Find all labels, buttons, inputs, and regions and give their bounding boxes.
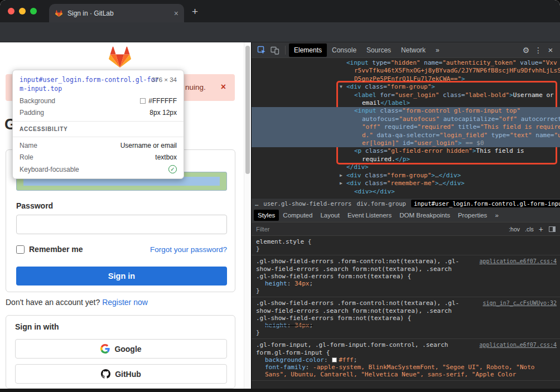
settings-gear-icon[interactable]: ⚙ xyxy=(520,46,532,55)
elements-dom-tree: ⋯ <input type="hidden" name="authenticit… xyxy=(252,58,560,198)
style-declaration-line[interactable]: } xyxy=(256,287,556,294)
expand-arrow-icon[interactable]: ▶ xyxy=(340,172,342,180)
browser-tab[interactable]: Sign in · GitLab × xyxy=(49,4,184,22)
stylesheet-link[interactable]: sign_in?_c…cFsUWUyo:32 xyxy=(483,299,557,307)
style-declaration-line[interactable]: } xyxy=(256,245,556,253)
crumb-ellipsis[interactable]: … xyxy=(255,200,258,207)
style-declaration-line[interactable]: show-field-errors .search form:not(texta… xyxy=(256,307,556,314)
new-tab-button[interactable]: + xyxy=(192,6,198,18)
stylesheet-link[interactable]: application…e6f07.css:4 xyxy=(480,258,557,265)
page-scrollbar[interactable] xyxy=(244,42,251,389)
devtools-menu-icon[interactable]: ⋮ xyxy=(532,46,544,55)
devtools-close-icon[interactable]: × xyxy=(544,45,557,55)
github-signin-button[interactable]: GitHub xyxy=(15,364,227,384)
inspected-element-dimensions: 376 × 34 xyxy=(152,76,177,83)
dom-node-line[interactable]: "off" required="required" title="This fi… xyxy=(252,123,560,131)
devtools-tab-sources[interactable]: Sources xyxy=(361,43,396,57)
device-toolbar-icon[interactable] xyxy=(268,44,282,56)
tab-close-icon[interactable]: × xyxy=(174,9,178,17)
styles-tab-event-listeners[interactable]: Event Listeners xyxy=(344,210,395,221)
style-declaration-line[interactable]: height: 34px; xyxy=(256,322,556,329)
styles-tab-more-styles[interactable]: » xyxy=(491,210,502,221)
code-token: "form-control gl-form-input top" xyxy=(402,107,520,114)
zoom-window-button[interactable] xyxy=(30,8,37,14)
remember-me-checkbox[interactable] xyxy=(16,245,25,254)
code-token: data-qa-selector= xyxy=(373,132,440,139)
styles-tab-computed[interactable]: Computed xyxy=(279,210,316,221)
tooltip-row-value: ✓ xyxy=(168,165,177,173)
code-token: This field is xyxy=(476,147,524,154)
social-signin-header: Sign in with xyxy=(15,322,59,331)
code-token: id= xyxy=(399,139,414,147)
dom-node-line[interactable]: autofocus="autofocus" autocapitalize="of… xyxy=(252,115,560,123)
dom-node-line[interactable]: <label for="user_login" class="label-bol… xyxy=(252,91,560,99)
expand-arrow-icon[interactable]: ▶ xyxy=(340,180,342,187)
traffic-lights xyxy=(8,8,37,14)
styles-tab-properties[interactable]: Properties xyxy=(454,210,491,221)
stylesheet-link[interactable]: application…e6f07.css:4 xyxy=(480,341,557,349)
crumb-form-group[interactable]: div.form-group xyxy=(356,200,406,207)
sign-in-button[interactable]: Sign in xyxy=(16,267,227,285)
google-label: Google xyxy=(114,345,141,354)
dom-node-line[interactable]: required.</p> xyxy=(252,156,560,163)
dom-node-line[interactable]: </div> xyxy=(252,163,560,171)
style-declaration-line[interactable]: background-color: #fff; xyxy=(256,356,556,364)
password-input[interactable] xyxy=(16,215,227,234)
code-token: autocorrect= xyxy=(517,115,560,123)
class-toggle[interactable]: .cls xyxy=(525,226,534,233)
style-declaration-line[interactable]: element.style { xyxy=(256,238,556,245)
dom-node-line[interactable]: ▶<div class="form-group">…</div> xyxy=(252,172,560,180)
styles-filter-input[interactable]: Filter xyxy=(256,226,504,233)
devtools-tab-elements[interactable]: Elements xyxy=(289,43,327,57)
remember-row: Remember me Forgot your password? xyxy=(16,245,227,254)
close-window-button[interactable] xyxy=(8,8,15,14)
dom-node-line[interactable]: email</label> xyxy=(252,99,560,107)
code-token: 34px xyxy=(295,280,310,287)
dom-node-line[interactable]: ▼<div class="form-group"> xyxy=(252,83,560,91)
toggle-sidebar-icon[interactable] xyxy=(549,226,556,232)
style-declaration-line[interactable]: font-family: -apple-system, BlinkMacSyst… xyxy=(256,364,556,371)
dom-node-line[interactable]: er[login]" id="user_login"> == $0 xyxy=(252,139,560,147)
style-declaration-line[interactable]: .gl-show-field-errors form:not(textarea)… xyxy=(256,273,556,280)
inspect-element-icon[interactable] xyxy=(255,44,268,56)
style-declaration-line[interactable]: Sans", Ubuntu, Cantarell, "Helvetica Neu… xyxy=(256,371,556,378)
style-declaration-line[interactable]: form.gl-form-input { xyxy=(256,349,556,356)
code-token: d." xyxy=(362,132,373,139)
devtools-tab-console[interactable]: Console xyxy=(327,43,361,57)
code-token: { xyxy=(304,238,311,245)
expand-arrow-icon[interactable]: ▼ xyxy=(340,83,342,91)
style-declaration-line[interactable]: height: 34px; xyxy=(256,280,556,287)
dom-node-line[interactable]: d." data-qa-selector="login_field" type=… xyxy=(252,132,560,139)
crumb-input[interactable]: input#user_login.form-control.gl-form-in… xyxy=(411,200,560,207)
alert-close-icon[interactable]: × xyxy=(221,82,226,92)
devtools-tab-more-panels[interactable]: » xyxy=(431,43,445,57)
devtools-tab-network[interactable]: Network xyxy=(396,43,431,57)
dom-node-line[interactable]: <div></div> xyxy=(252,188,560,196)
color-swatch[interactable] xyxy=(332,357,337,362)
devtools-toolbar: ElementsConsoleSourcesNetwork» ⚙ ⋮ × xyxy=(252,42,560,58)
style-declaration-line[interactable]: .gl-show-field-errors form:not(textarea)… xyxy=(256,314,556,322)
code-token: > xyxy=(431,172,435,179)
dom-node-line[interactable]: D5gnzPe5PEnfrQ1LFu7l7ekCWA=="> xyxy=(252,75,560,83)
code-token: show-field-errors .search form:not(texta… xyxy=(256,307,452,314)
new-style-rule-button[interactable]: + xyxy=(539,225,543,234)
dom-node-line[interactable]: <p class="gl-field-error hidden">This fi… xyxy=(252,147,560,155)
style-declaration-line[interactable]: } xyxy=(256,329,556,336)
dom-node-line[interactable]: r5vvTfku46tX5FhxOG+j8yBYvadG/2JY7NP6fB8s… xyxy=(252,67,560,75)
google-signin-button[interactable]: Google xyxy=(15,339,227,359)
dom-node-line[interactable]: <input type="hidden" name="authenticity_… xyxy=(252,59,560,67)
styles-tab-styles[interactable]: Styles xyxy=(254,210,279,221)
dom-node-line[interactable]: <input class="form-control gl-form-input… xyxy=(252,107,560,115)
crumb-form[interactable]: user.gl-show-field-errors xyxy=(263,200,351,207)
register-now-link[interactable]: Register now xyxy=(102,298,148,307)
styles-tab-dom-breakpoints[interactable]: DOM Breakpoints xyxy=(395,210,454,221)
styles-tab-layout[interactable]: Layout xyxy=(316,210,344,221)
dom-node-line[interactable]: ▶<div class="remember-me">…</div> xyxy=(252,180,560,187)
forgot-password-link[interactable]: Forgot your password? xyxy=(150,245,227,254)
minimize-window-button[interactable] xyxy=(19,8,26,14)
style-declaration-line[interactable]: show-field-errors .search form:not(texta… xyxy=(256,265,556,273)
scrollbar-thumb[interactable] xyxy=(245,46,250,174)
styles-filter-row: Filter :hov .cls + xyxy=(252,222,560,236)
hover-state-toggle[interactable]: :hov xyxy=(509,226,520,233)
code-token: type= xyxy=(487,132,510,139)
